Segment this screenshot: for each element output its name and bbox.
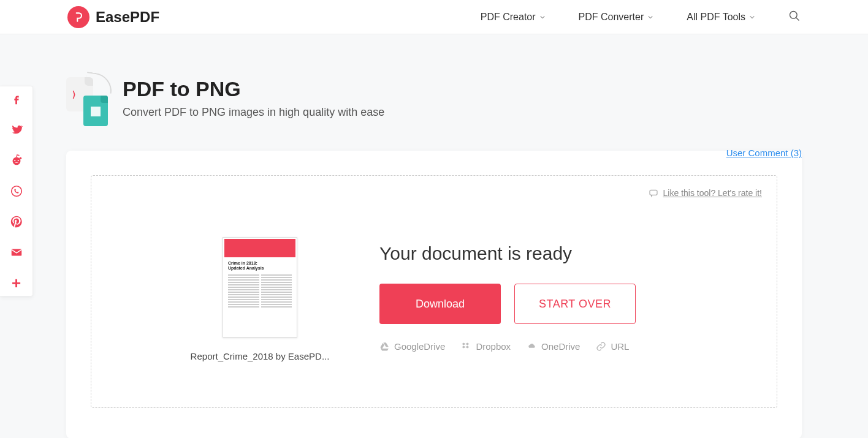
main-header: EasePDF PDF Creator PDF Converter All PD… <box>0 0 868 34</box>
start-over-button[interactable]: START OVER <box>514 284 636 324</box>
email-icon[interactable] <box>10 246 23 259</box>
svg-point-3 <box>19 157 21 160</box>
brand-name: EasePDF <box>96 9 159 26</box>
pinterest-icon[interactable] <box>10 215 23 228</box>
nav-label: PDF Converter <box>579 12 644 23</box>
svg-rect-7 <box>11 249 21 256</box>
reddit-icon[interactable] <box>10 154 23 167</box>
result-dropzone: Like this tool? Let's rate it! Crime in … <box>91 175 777 408</box>
link-icon <box>596 341 606 352</box>
page-subtitle: Convert PDF to PNG images in high qualit… <box>123 106 384 119</box>
rate-tool-link[interactable]: Like this tool? Let's rate it! <box>649 188 762 198</box>
svg-point-2 <box>12 157 20 165</box>
more-share-icon[interactable]: + <box>12 276 21 290</box>
save-googledrive[interactable]: GoogleDrive <box>379 341 445 352</box>
brand-logo[interactable]: EasePDF <box>67 6 159 28</box>
page-container: ⟩ PDF to PNG Convert PDF to PNG images i… <box>66 34 802 438</box>
nav-label: All PDF Tools <box>687 12 745 23</box>
thumb-title-2: Updated Analysis <box>228 266 292 271</box>
svg-point-5 <box>17 160 18 161</box>
chevron-down-icon <box>647 14 653 20</box>
save-dropbox[interactable]: Dropbox <box>461 341 511 352</box>
file-preview: Crime in 2018: Updated Analysis Report_C… <box>189 237 330 361</box>
chat-icon <box>649 188 658 198</box>
svg-rect-8 <box>650 190 657 195</box>
chevron-down-icon <box>539 14 546 20</box>
search-icon <box>788 10 801 22</box>
document-thumbnail[interactable]: Crime in 2018: Updated Analysis <box>223 237 297 338</box>
user-comment-link[interactable]: User Comment (3) <box>726 148 802 158</box>
save-label: OneDrive <box>541 341 580 352</box>
nav-pdf-converter[interactable]: PDF Converter <box>579 12 654 23</box>
twitter-icon[interactable] <box>10 123 23 137</box>
main-nav: PDF Creator PDF Converter All PDF Tools <box>481 10 801 25</box>
save-destinations: GoogleDrive Dropbox OneDrive URL <box>379 341 758 352</box>
rate-tool-label: Like this tool? Let's rate it! <box>663 188 762 198</box>
logo-mark-icon <box>67 6 89 28</box>
save-label: URL <box>611 341 629 352</box>
svg-line-1 <box>796 17 799 20</box>
social-share-sidebar: + <box>0 86 33 296</box>
facebook-icon[interactable] <box>10 93 23 106</box>
nav-label: PDF Creator <box>481 12 536 23</box>
search-button[interactable] <box>788 10 801 25</box>
whatsapp-icon[interactable] <box>10 184 23 198</box>
save-label: GoogleDrive <box>394 341 445 352</box>
nav-pdf-creator[interactable]: PDF Creator <box>481 12 546 23</box>
chevron-down-icon <box>749 14 755 20</box>
svg-point-0 <box>790 11 798 18</box>
title-section: ⟩ PDF to PNG Convert PDF to PNG images i… <box>66 77 802 126</box>
tool-icon: ⟩ <box>66 77 109 126</box>
save-onedrive[interactable]: OneDrive <box>527 341 580 352</box>
download-button[interactable]: Download <box>379 284 501 324</box>
ready-heading: Your document is ready <box>379 243 758 264</box>
svg-point-6 <box>11 186 21 197</box>
googledrive-icon <box>379 341 390 352</box>
page-title: PDF to PNG <box>123 77 384 101</box>
file-name: Report_Crime_2018 by EasePD... <box>191 351 330 361</box>
result-card: Like this tool? Let's rate it! Crime in … <box>66 151 802 438</box>
save-label: Dropbox <box>476 341 511 352</box>
nav-all-pdf-tools[interactable]: All PDF Tools <box>687 12 755 23</box>
save-url[interactable]: URL <box>596 341 629 352</box>
action-panel: Your document is ready Download START OV… <box>379 237 758 352</box>
thumb-title-1: Crime in 2018: <box>228 261 292 266</box>
onedrive-icon <box>527 341 537 352</box>
dropbox-icon <box>461 341 471 352</box>
svg-point-4 <box>14 160 15 161</box>
